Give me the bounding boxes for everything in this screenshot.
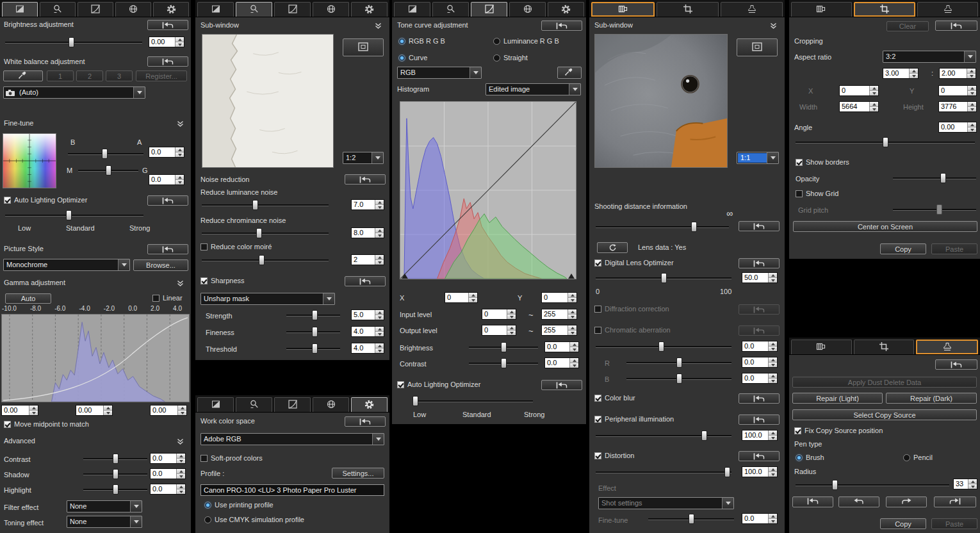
peripheral-illumination-slider[interactable] — [594, 430, 733, 441]
distortion-checkbox[interactable] — [594, 452, 601, 459]
browse-button[interactable]: Browse... — [133, 259, 188, 271]
spin-up[interactable] — [968, 102, 976, 107]
tab-tone-adjustment[interactable] — [78, 2, 113, 17]
diffraction-checkbox[interactable] — [594, 306, 601, 313]
spin-up[interactable] — [968, 122, 976, 127]
spin-up[interactable] — [507, 309, 516, 315]
spin-down[interactable] — [29, 411, 38, 415]
repair-light-button[interactable]: Repair (Light) — [792, 393, 883, 404]
spin-down[interactable] — [375, 315, 384, 320]
slider-handle[interactable] — [106, 165, 111, 176]
strength-slider[interactable] — [285, 310, 341, 320]
contrast-value[interactable]: 0.0 — [544, 357, 579, 368]
tab-tone-adjustment[interactable] — [274, 397, 311, 412]
alo-reset-button[interactable] — [541, 380, 582, 390]
contrast-value[interactable]: 0.0 — [150, 453, 186, 464]
spin-up[interactable] — [104, 406, 112, 411]
spin-down[interactable] — [968, 107, 976, 111]
input-high-value[interactable]: 255 — [541, 309, 577, 320]
slider-handle[interactable] — [312, 343, 318, 354]
spin-up[interactable] — [375, 327, 384, 332]
spin-up[interactable] — [176, 37, 184, 42]
tab-tone-adjustment[interactable] — [274, 2, 311, 17]
spin-up[interactable] — [769, 430, 777, 436]
slider-handle[interactable] — [312, 310, 318, 320]
gamma-highlight-value[interactable]: 0.00 — [150, 405, 187, 416]
spin-down[interactable] — [104, 411, 112, 415]
spin-down[interactable] — [769, 278, 777, 283]
collapse-chevron-icon[interactable] — [177, 120, 184, 129]
color-blur-reset-button[interactable] — [739, 393, 780, 404]
slider-handle[interactable] — [113, 484, 118, 495]
tone-curve-reset-button[interactable] — [541, 20, 582, 31]
color-blur-checkbox[interactable] — [594, 395, 601, 402]
shadow-slider[interactable] — [82, 469, 149, 479]
chrominance-noise-slider[interactable] — [200, 228, 330, 238]
ratio-width-value[interactable]: 3.00 — [883, 68, 919, 79]
spin-up[interactable] — [769, 467, 777, 472]
cmyk-profile-radio[interactable] — [204, 516, 211, 523]
collapse-chevron-icon[interactable] — [177, 438, 184, 447]
spin-down[interactable] — [507, 315, 516, 319]
output-high-value[interactable]: 255 — [541, 325, 577, 336]
slider-handle[interactable] — [69, 37, 74, 47]
copy-button[interactable]: Copy — [880, 243, 926, 254]
brightness-value[interactable]: 0.0 — [544, 341, 579, 352]
slider-handle[interactable] — [658, 341, 664, 352]
contrast-slider[interactable] — [468, 358, 539, 368]
spin-down[interactable] — [375, 205, 384, 209]
slider-handle[interactable] — [66, 210, 72, 220]
distortion-reset-button[interactable] — [739, 451, 780, 461]
clear-button[interactable]: Clear — [886, 21, 929, 31]
slider-handle[interactable] — [113, 469, 118, 479]
luminance-noise-slider[interactable] — [200, 200, 330, 210]
spin-up[interactable] — [469, 293, 477, 298]
spin-up[interactable] — [870, 102, 878, 107]
preview-frame-button[interactable] — [343, 38, 384, 56]
tab-crop[interactable] — [854, 2, 916, 17]
luminance-mode-radio[interactable] — [493, 38, 500, 45]
spin-down[interactable] — [967, 74, 976, 78]
gamma-auto-button[interactable]: Auto — [5, 293, 51, 304]
tab-lens-correction[interactable] — [791, 2, 852, 17]
blue-aberration-slider[interactable] — [625, 373, 733, 384]
spin-down[interactable] — [570, 347, 578, 352]
channel-dropdown[interactable]: RGB — [397, 67, 482, 79]
crop-y-value[interactable]: 0 — [938, 85, 977, 96]
pencil-radio[interactable] — [903, 454, 910, 461]
redo-button[interactable] — [886, 496, 927, 507]
zoom-ratio-dropdown[interactable]: 1:1 — [737, 152, 779, 164]
slider-handle[interactable] — [252, 200, 258, 210]
dlo-value[interactable]: 50.0 — [742, 272, 778, 283]
move-midpoint-checkbox[interactable] — [4, 421, 11, 428]
histogram-source-dropdown[interactable]: Edited image — [486, 83, 581, 95]
spin-up[interactable] — [375, 200, 384, 205]
spin-down[interactable] — [176, 180, 184, 184]
spin-down[interactable] — [910, 74, 918, 78]
alo-checkbox[interactable] — [4, 197, 11, 204]
ba-value[interactable]: 0.0 — [149, 147, 184, 158]
soft-proof-checkbox[interactable] — [200, 455, 208, 462]
slider-handle[interactable] — [312, 327, 318, 337]
shooting-distance-slider[interactable] — [594, 222, 730, 232]
tone-curve-histogram[interactable] — [400, 101, 576, 279]
spin-down[interactable] — [769, 347, 777, 351]
chrominance-noise-value[interactable]: 8.0 — [351, 227, 384, 238]
spin-up[interactable] — [29, 406, 38, 411]
red-aberration-value[interactable]: 0.0 — [742, 357, 778, 368]
printing-profile-radio[interactable] — [204, 502, 211, 509]
red-aberration-slider[interactable] — [625, 357, 733, 368]
slider-handle[interactable] — [661, 273, 667, 283]
luminance-noise-value[interactable]: 7.0 — [351, 199, 384, 210]
spin-up[interactable] — [570, 358, 578, 363]
fix-copy-source-checkbox[interactable] — [794, 427, 801, 434]
tab-settings[interactable] — [153, 2, 189, 17]
collapse-chevron-icon[interactable] — [375, 22, 382, 31]
tab-lens-correction[interactable] — [791, 340, 852, 354]
alo-reset-button[interactable] — [147, 195, 188, 206]
color-moire-slider[interactable] — [200, 255, 330, 265]
tab-basic-adjustment[interactable] — [197, 397, 234, 412]
crop-width-value[interactable]: 5664 — [839, 101, 879, 112]
angle-value[interactable]: 0.00 — [938, 122, 977, 133]
effect-dropdown[interactable]: Shot settings — [598, 497, 734, 509]
